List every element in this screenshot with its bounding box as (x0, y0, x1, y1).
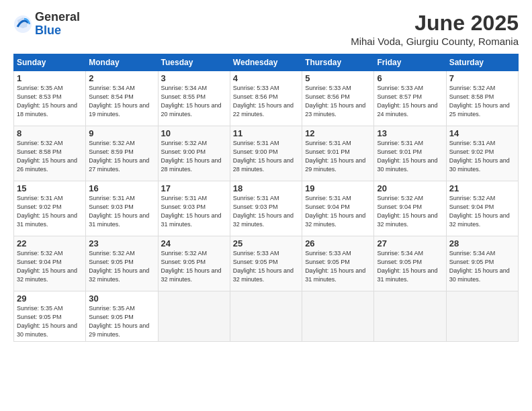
calendar-cell (374, 291, 446, 342)
logo-text: General Blue (35, 11, 80, 38)
day-info: Sunrise: 5:34 AM Sunset: 8:54 PM Dayligh… (89, 84, 154, 119)
col-header-tuesday: Tuesday (158, 54, 230, 71)
day-info: Sunrise: 5:31 AM Sunset: 9:03 PM Dayligh… (161, 194, 227, 229)
day-number: 16 (89, 183, 154, 193)
day-number: 1 (17, 73, 83, 83)
calendar: SundayMondayTuesdayWednesdayThursdayFrid… (13, 54, 519, 342)
day-number: 8 (17, 128, 83, 138)
logo-icon (13, 15, 32, 34)
day-number: 27 (377, 238, 443, 248)
calendar-week-3: 15Sunrise: 5:31 AM Sunset: 9:02 PM Dayli… (14, 181, 519, 236)
calendar-cell: 6Sunrise: 5:33 AM Sunset: 8:57 PM Daylig… (374, 71, 446, 126)
day-number: 21 (449, 183, 515, 193)
day-info: Sunrise: 5:31 AM Sunset: 9:01 PM Dayligh… (305, 139, 371, 174)
calendar-cell: 7Sunrise: 5:32 AM Sunset: 8:58 PM Daylig… (446, 71, 518, 126)
day-info: Sunrise: 5:31 AM Sunset: 9:00 PM Dayligh… (233, 139, 299, 174)
day-number: 19 (305, 183, 371, 193)
calendar-cell: 2Sunrise: 5:34 AM Sunset: 8:54 PM Daylig… (86, 71, 158, 126)
calendar-cell: 22Sunrise: 5:32 AM Sunset: 9:04 PM Dayli… (14, 236, 86, 291)
calendar-cell: 12Sunrise: 5:31 AM Sunset: 9:01 PM Dayli… (302, 126, 374, 181)
day-info: Sunrise: 5:31 AM Sunset: 9:04 PM Dayligh… (305, 194, 371, 229)
day-number: 9 (89, 128, 154, 138)
calendar-cell: 28Sunrise: 5:34 AM Sunset: 9:05 PM Dayli… (446, 236, 518, 291)
calendar-cell (230, 291, 302, 342)
page-header: General Blue June 2025 Mihai Voda, Giurg… (13, 11, 519, 47)
day-number: 17 (161, 183, 227, 193)
logo-blue: Blue (35, 24, 80, 38)
day-number: 13 (377, 128, 443, 138)
day-number: 14 (449, 128, 515, 138)
col-header-saturday: Saturday (446, 54, 518, 71)
calendar-cell: 26Sunrise: 5:33 AM Sunset: 9:05 PM Dayli… (302, 236, 374, 291)
day-info: Sunrise: 5:35 AM Sunset: 9:05 PM Dayligh… (89, 304, 154, 339)
day-number: 5 (305, 73, 371, 83)
calendar-cell (446, 291, 518, 342)
day-number: 20 (377, 183, 443, 193)
calendar-week-4: 22Sunrise: 5:32 AM Sunset: 9:04 PM Dayli… (14, 236, 519, 291)
calendar-cell: 23Sunrise: 5:32 AM Sunset: 9:05 PM Dayli… (86, 236, 158, 291)
day-info: Sunrise: 5:34 AM Sunset: 9:05 PM Dayligh… (377, 249, 443, 284)
calendar-cell: 18Sunrise: 5:31 AM Sunset: 9:03 PM Dayli… (230, 181, 302, 236)
day-info: Sunrise: 5:35 AM Sunset: 8:53 PM Dayligh… (17, 84, 83, 119)
day-number: 11 (233, 128, 299, 138)
day-info: Sunrise: 5:33 AM Sunset: 8:56 PM Dayligh… (305, 84, 371, 119)
calendar-cell: 13Sunrise: 5:31 AM Sunset: 9:01 PM Dayli… (374, 126, 446, 181)
calendar-cell: 11Sunrise: 5:31 AM Sunset: 9:00 PM Dayli… (230, 126, 302, 181)
day-number: 3 (161, 73, 227, 83)
day-number: 12 (305, 128, 371, 138)
day-info: Sunrise: 5:32 AM Sunset: 9:04 PM Dayligh… (449, 194, 515, 229)
calendar-cell: 30Sunrise: 5:35 AM Sunset: 9:05 PM Dayli… (86, 291, 158, 342)
calendar-cell: 15Sunrise: 5:31 AM Sunset: 9:02 PM Dayli… (14, 181, 86, 236)
day-number: 26 (305, 238, 371, 248)
calendar-week-2: 8Sunrise: 5:32 AM Sunset: 8:58 PM Daylig… (14, 126, 519, 181)
calendar-header-row: SundayMondayTuesdayWednesdayThursdayFrid… (14, 54, 519, 71)
day-number: 23 (89, 238, 154, 248)
calendar-week-5: 29Sunrise: 5:35 AM Sunset: 9:05 PM Dayli… (14, 291, 519, 342)
day-info: Sunrise: 5:32 AM Sunset: 8:58 PM Dayligh… (17, 139, 83, 174)
day-info: Sunrise: 5:33 AM Sunset: 9:05 PM Dayligh… (233, 249, 299, 284)
day-number: 22 (17, 238, 83, 248)
calendar-cell: 25Sunrise: 5:33 AM Sunset: 9:05 PM Dayli… (230, 236, 302, 291)
day-info: Sunrise: 5:35 AM Sunset: 9:05 PM Dayligh… (17, 304, 83, 339)
col-header-friday: Friday (374, 54, 446, 71)
day-info: Sunrise: 5:31 AM Sunset: 9:02 PM Dayligh… (17, 194, 83, 229)
day-number: 10 (161, 128, 227, 138)
day-number: 24 (161, 238, 227, 248)
day-info: Sunrise: 5:32 AM Sunset: 9:05 PM Dayligh… (89, 249, 154, 284)
day-info: Sunrise: 5:32 AM Sunset: 8:58 PM Dayligh… (449, 84, 515, 119)
calendar-cell: 17Sunrise: 5:31 AM Sunset: 9:03 PM Dayli… (158, 181, 230, 236)
location: Mihai Voda, Giurgiu County, Romania (351, 36, 519, 47)
title-block: June 2025 Mihai Voda, Giurgiu County, Ro… (351, 11, 519, 47)
day-info: Sunrise: 5:33 AM Sunset: 8:56 PM Dayligh… (233, 84, 299, 119)
day-info: Sunrise: 5:31 AM Sunset: 9:01 PM Dayligh… (377, 139, 443, 174)
calendar-cell: 1Sunrise: 5:35 AM Sunset: 8:53 PM Daylig… (14, 71, 86, 126)
day-info: Sunrise: 5:31 AM Sunset: 9:03 PM Dayligh… (89, 194, 154, 229)
day-info: Sunrise: 5:31 AM Sunset: 9:02 PM Dayligh… (449, 139, 515, 174)
calendar-cell: 3Sunrise: 5:34 AM Sunset: 8:55 PM Daylig… (158, 71, 230, 126)
day-info: Sunrise: 5:32 AM Sunset: 9:05 PM Dayligh… (161, 249, 227, 284)
day-info: Sunrise: 5:32 AM Sunset: 9:04 PM Dayligh… (17, 249, 83, 284)
calendar-cell: 10Sunrise: 5:32 AM Sunset: 9:00 PM Dayli… (158, 126, 230, 181)
day-number: 18 (233, 183, 299, 193)
day-number: 25 (233, 238, 299, 248)
day-info: Sunrise: 5:33 AM Sunset: 8:57 PM Dayligh… (377, 84, 443, 119)
calendar-week-1: 1Sunrise: 5:35 AM Sunset: 8:53 PM Daylig… (14, 71, 519, 126)
logo: General Blue (13, 11, 80, 38)
day-number: 4 (233, 73, 299, 83)
calendar-cell: 8Sunrise: 5:32 AM Sunset: 8:58 PM Daylig… (14, 126, 86, 181)
calendar-cell: 5Sunrise: 5:33 AM Sunset: 8:56 PM Daylig… (302, 71, 374, 126)
col-header-thursday: Thursday (302, 54, 374, 71)
day-number: 15 (17, 183, 83, 193)
day-info: Sunrise: 5:32 AM Sunset: 8:59 PM Dayligh… (89, 139, 154, 174)
calendar-cell: 4Sunrise: 5:33 AM Sunset: 8:56 PM Daylig… (230, 71, 302, 126)
col-header-wednesday: Wednesday (230, 54, 302, 71)
day-number: 6 (377, 73, 443, 83)
day-info: Sunrise: 5:34 AM Sunset: 9:05 PM Dayligh… (449, 249, 515, 284)
day-info: Sunrise: 5:32 AM Sunset: 9:04 PM Dayligh… (377, 194, 443, 229)
day-number: 7 (449, 73, 515, 83)
logo-general: General (35, 11, 80, 24)
calendar-cell (158, 291, 230, 342)
day-info: Sunrise: 5:31 AM Sunset: 9:03 PM Dayligh… (233, 194, 299, 229)
day-number: 30 (89, 293, 154, 304)
calendar-cell: 20Sunrise: 5:32 AM Sunset: 9:04 PM Dayli… (374, 181, 446, 236)
